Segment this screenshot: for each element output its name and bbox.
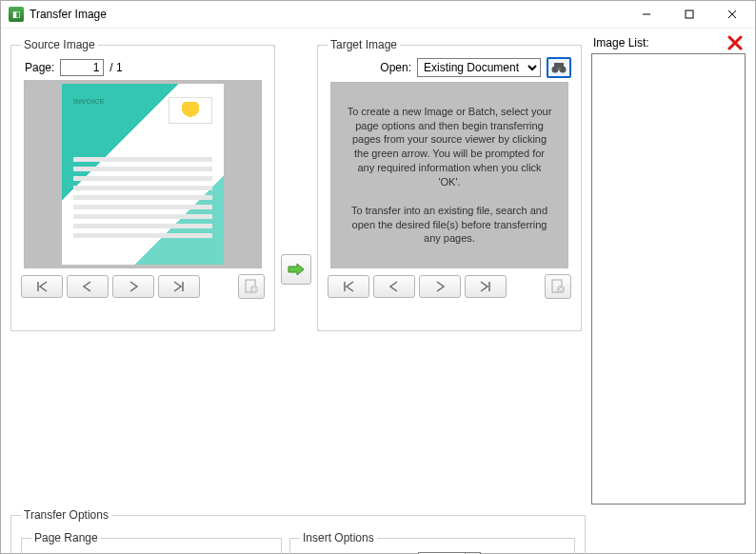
source-page-total: / 1 (109, 61, 122, 74)
image-list-delete-button[interactable] (726, 34, 744, 51)
target-prev-page-button[interactable] (373, 275, 415, 298)
source-image-group: Source Image Page: / 1 INVOICE (10, 38, 275, 331)
close-button[interactable] (710, 1, 753, 28)
delete-x-icon (727, 35, 743, 50)
source-preview: INVOICE (24, 80, 262, 268)
target-last-page-button[interactable] (465, 275, 507, 298)
target-preview: To create a new Image or Batch, select y… (330, 82, 568, 268)
target-help-text: To create a new Image or Batch, select y… (347, 105, 552, 246)
source-add-page-button[interactable] (238, 274, 265, 299)
app-icon: ◧ (9, 7, 24, 22)
image-list-label: Image List: (593, 36, 649, 49)
transfer-options-group: Transfer Options Page Range All Current … (10, 508, 586, 554)
source-next-page-button[interactable] (112, 275, 154, 298)
source-first-page-button[interactable] (21, 275, 63, 298)
insert-legend: Insert Options (300, 531, 377, 544)
title-bar: ◧ Transfer Image (1, 1, 755, 29)
source-last-page-button[interactable] (158, 275, 200, 298)
target-open-label: Open: (380, 61, 411, 74)
target-image-group: Target Image Open: Existing Document To … (317, 38, 582, 331)
svg-rect-9 (558, 68, 561, 70)
source-legend: Source Image (21, 38, 98, 51)
maximize-button[interactable] (667, 1, 710, 28)
transfer-legend: Transfer Options (21, 508, 111, 522)
target-first-page-button[interactable] (328, 275, 369, 298)
svg-rect-8 (554, 63, 564, 68)
doc-thumb-image (169, 97, 212, 124)
insert-options-group: Insert Options Before After Page: ▲▼ (289, 531, 575, 554)
image-list-panel: Image List: (591, 34, 746, 505)
binoculars-icon (551, 61, 567, 74)
source-page-label: Page: (25, 61, 54, 74)
page-range-legend: Page Range (31, 531, 101, 544)
transfer-arrow-button[interactable] (281, 254, 311, 285)
source-prev-page-button[interactable] (67, 275, 109, 298)
image-list-box[interactable] (591, 53, 746, 505)
window-title: Transfer Image (30, 8, 625, 21)
arrow-right-icon (287, 262, 306, 277)
minimize-button[interactable] (625, 1, 667, 28)
page-range-group: Page Range All Current Page Pages from t… (21, 531, 282, 554)
target-next-page-button[interactable] (419, 275, 461, 298)
target-open-select[interactable]: Existing Document (417, 58, 541, 77)
doc-invoice-label: INVOICE (73, 97, 105, 106)
source-page-input[interactable] (60, 59, 104, 76)
target-legend: Target Image (328, 38, 400, 51)
target-search-button[interactable] (547, 57, 571, 78)
target-remove-page-button[interactable] (545, 274, 571, 299)
svg-rect-1 (686, 10, 693, 18)
